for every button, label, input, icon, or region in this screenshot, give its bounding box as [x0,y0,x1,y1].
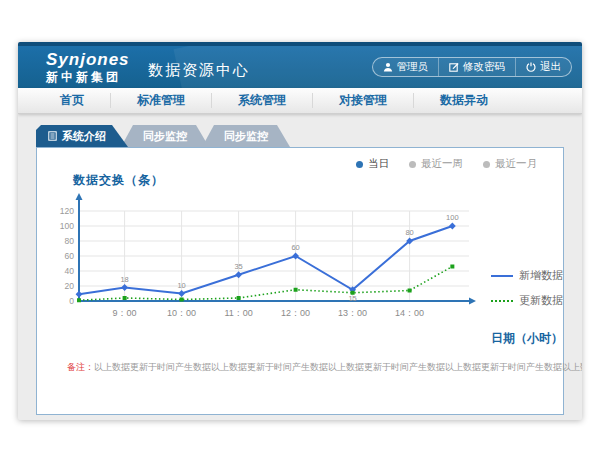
edit-icon [449,62,459,72]
power-icon [526,62,536,72]
legend-item-new-data: 新增数据 [491,268,577,283]
svg-text:13：00: 13：00 [338,308,367,318]
svg-text:100: 100 [60,221,74,231]
document-icon [48,131,57,141]
person-icon [383,62,393,72]
green-dotted-swatch-icon [491,300,513,302]
svg-text:10: 10 [177,281,185,290]
time-range-selector: 当日 最近一周 最近一月 [356,157,537,171]
tab-system-intro[interactable]: 系统介绍 [36,125,128,147]
page-background: Synjones 新中新集团 数据资源中心 管理员 修改密码 退出 [0,0,600,450]
nav-item-data-change[interactable]: 数据异动 [414,93,514,108]
svg-text:60: 60 [291,243,299,252]
x-axis-title: 日期（小时） [491,330,577,347]
admin-user-label: 管理员 [397,60,429,74]
logo-brand-text: Synjones [46,49,130,70]
app-header: Synjones 新中新集团 数据资源中心 管理员 修改密码 退出 [18,42,582,88]
svg-text:18: 18 [120,275,128,284]
svg-text:80: 80 [405,228,413,237]
tab-label: 系统介绍 [62,129,106,144]
svg-text:120: 120 [60,206,74,216]
app-window: Synjones 新中新集团 数据资源中心 管理员 修改密码 退出 [18,42,582,420]
svg-text:15: 15 [348,294,356,303]
svg-text:80: 80 [65,236,75,246]
page-title: 数据资源中心 [148,61,250,80]
line-chart: 0204060801001209：0010：0011：0012：0013：001… [55,186,485,338]
main-navigation: 首页 标准管理 系统管理 对接管理 数据异动 [18,88,582,114]
tab-label: 同步监控 [143,129,187,144]
chart-right-column: 新增数据 更新数据 日期（小时） [491,268,577,347]
tab-label: 同步监控 [224,129,268,144]
nav-item-home[interactable]: 首页 [34,93,111,108]
range-option-last-week[interactable]: 最近一周 [409,157,463,171]
svg-text:40: 40 [65,266,75,276]
legend-item-updated-data: 更新数据 [491,293,577,308]
change-password-button[interactable]: 修改密码 [439,58,516,76]
radio-dot-icon [483,161,490,168]
user-toolbar: 管理员 修改密码 退出 [372,57,573,77]
footnote-text: 以上数据更新于时间产生数据以上数据更新于时间产生数据以上数据更新于时间产生数据以… [94,362,582,372]
tab-bar: 系统介绍 同步监控 同步监控 [36,125,570,147]
svg-text:20: 20 [65,281,75,291]
svg-text:35: 35 [234,262,242,271]
radio-dot-icon [356,161,363,168]
tab-sync-monitor-2[interactable]: 同步监控 [202,125,290,147]
legend-label: 新增数据 [519,268,563,283]
admin-user-button[interactable]: 管理员 [373,58,440,76]
svg-text:0: 0 [69,296,74,306]
nav-item-system-mgmt[interactable]: 系统管理 [212,93,313,108]
svg-text:11：00: 11：00 [224,308,252,318]
legend-label: 更新数据 [519,293,563,308]
footnote-prefix: 备注： [67,362,94,372]
svg-text:9：00: 9：00 [113,308,137,318]
svg-text:12：00: 12：00 [281,308,310,318]
logo-company-name: 新中新集团 [46,70,130,85]
logout-label: 退出 [540,60,561,74]
svg-text:60: 60 [65,251,75,261]
radio-dot-icon [409,161,416,168]
y-axis-title: 数据交换（条） [73,172,164,189]
change-password-label: 修改密码 [463,60,505,74]
range-option-label: 最近一月 [495,157,537,171]
chart-panel: 当日 最近一周 最近一月 数据交换（条） 0204060801001209：00… [36,147,564,415]
company-logo: Synjones 新中新集团 [46,49,130,85]
range-option-label: 当日 [368,157,389,171]
footnote: 备注：以上数据更新于时间产生数据以上数据更新于时间产生数据以上数据更新于时间产生… [67,361,563,374]
svg-text:14：00: 14：00 [395,308,424,318]
blue-line-swatch-icon [491,275,513,277]
range-option-label: 最近一周 [421,157,463,171]
content-area: 系统介绍 同步监控 同步监控 当日 最近一周 [18,114,582,415]
nav-item-standard-mgmt[interactable]: 标准管理 [111,93,212,108]
svg-text:10：00: 10：00 [167,308,196,318]
range-option-last-month[interactable]: 最近一月 [483,157,537,171]
svg-text:100: 100 [446,213,459,222]
range-option-today[interactable]: 当日 [356,157,389,171]
nav-item-interface-mgmt[interactable]: 对接管理 [313,93,414,108]
logout-button[interactable]: 退出 [516,58,571,76]
tab-sync-monitor-1[interactable]: 同步监控 [121,125,209,147]
